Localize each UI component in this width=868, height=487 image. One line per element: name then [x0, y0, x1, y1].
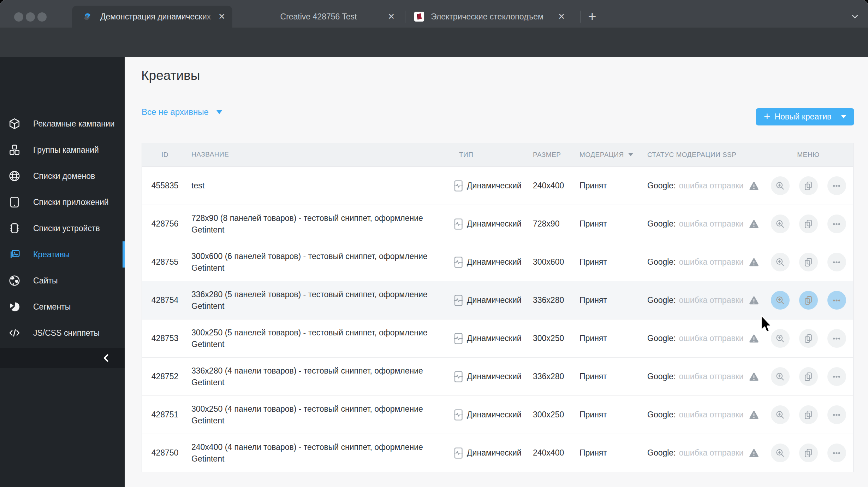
cubes-icon	[8, 144, 20, 156]
creative-size: 300x600	[523, 257, 573, 267]
tab-inactive[interactable]: Электрические стеклоподъем ✕	[405, 6, 580, 28]
tab-search-chevron-icon[interactable]	[850, 8, 860, 25]
preview-button[interactable]	[771, 176, 790, 195]
ellipsis-icon	[832, 372, 842, 382]
preview-button[interactable]	[771, 367, 790, 386]
creative-name: 336x280 (5 панелей товаров) - тестовый с…	[188, 289, 449, 311]
creative-size: 336x280	[523, 372, 573, 381]
archive-filter-dropdown[interactable]: Все не архивные	[142, 107, 222, 117]
preview-button[interactable]	[771, 253, 790, 271]
warning-icon[interactable]	[749, 371, 759, 382]
chevron-down-icon[interactable]	[841, 115, 846, 118]
more-button[interactable]	[827, 444, 846, 462]
copy-button[interactable]	[799, 176, 818, 195]
sidebar-item-campaigns[interactable]: Рекламные кампании	[0, 111, 125, 137]
tab-title: Creative 428756 Test	[280, 12, 357, 22]
table-row[interactable]: 428751 300x250 (4 панели товаров) - тест…	[142, 395, 853, 434]
creative-id: 428751	[142, 410, 188, 419]
dynamic-doc-icon	[453, 256, 463, 268]
warning-icon[interactable]	[749, 257, 759, 268]
table-row[interactable]: 428756 728x90 (8 панелей товаров) - тест…	[142, 205, 853, 243]
close-tab-icon[interactable]: ✕	[218, 12, 225, 21]
preview-button[interactable]	[771, 291, 790, 310]
warning-icon[interactable]	[749, 448, 759, 458]
sidebar-item-device-lists[interactable]: Списки устройств	[0, 215, 125, 241]
ssp-error: ошибка отправки	[679, 410, 744, 419]
table-row[interactable]: 455835 test Динамический 240x400 Принят …	[142, 166, 853, 205]
sidebar-item-campaign-groups[interactable]: Группы кампаний	[0, 137, 125, 163]
sidebar-item-segments[interactable]: Сегменты	[0, 294, 125, 320]
copy-button[interactable]	[799, 215, 818, 233]
window-controls[interactable]	[14, 12, 47, 22]
ssp-status: Google:ошибка отправки	[642, 410, 763, 420]
copy-button[interactable]	[799, 329, 818, 348]
header-moderation[interactable]: МОДЕРАЦИЯ	[573, 151, 642, 159]
more-button[interactable]	[827, 405, 846, 424]
copy-button[interactable]	[799, 444, 818, 462]
filter-label: Все не архивные	[142, 107, 209, 117]
ellipsis-icon	[832, 257, 842, 267]
tab-divider	[580, 11, 581, 23]
new-creative-button[interactable]: + Новый креатив	[756, 108, 854, 125]
more-button[interactable]	[827, 367, 846, 386]
close-tab-icon[interactable]: ✕	[388, 12, 395, 21]
ssp-status: Google:ошибка отправки	[642, 448, 763, 458]
warning-icon[interactable]	[749, 181, 759, 191]
ssp-error: ошибка отправки	[679, 334, 744, 343]
maximize-window-button[interactable]	[37, 12, 47, 22]
table-row[interactable]: 428753 300x250 (5 панелей товаров) - тес…	[142, 319, 853, 357]
new-tab-button[interactable]	[583, 6, 601, 28]
ellipsis-icon	[832, 410, 842, 420]
creatives-table: ID НАЗВАНИЕ ТИП РАЗМЕР МОДЕРАЦИЯ СТАТУС …	[142, 143, 854, 472]
creative-type: Динамический	[467, 295, 522, 305]
sidebar-item-sites[interactable]: Сайты	[0, 268, 125, 294]
creative-size: 240x400	[523, 181, 573, 190]
more-button[interactable]	[827, 253, 846, 271]
sidebar-item-creatives[interactable]: Креативы	[0, 241, 125, 268]
close-window-button[interactable]	[14, 12, 23, 22]
ssp-status: Google:ошибка отправки	[642, 371, 763, 382]
table-row[interactable]: 428750 240x400 (4 панели товаров) - тест…	[142, 434, 853, 472]
preview-button[interactable]	[771, 405, 790, 424]
creative-type: Динамический	[467, 181, 522, 190]
more-button[interactable]	[827, 176, 846, 195]
copy-button[interactable]	[799, 367, 818, 386]
more-button[interactable]	[827, 215, 846, 233]
warning-icon[interactable]	[749, 219, 759, 229]
sidebar-item-snippets[interactable]: JS/CSS сниппеты	[0, 320, 125, 346]
ssp-error: ошибка отправки	[679, 219, 744, 229]
sidebar-collapse-button[interactable]	[0, 348, 125, 368]
sidebar-item-domain-lists[interactable]: Списки доменов	[0, 163, 125, 189]
copy-button[interactable]	[799, 291, 818, 310]
table-row-hovered[interactable]: 428754 336x280 (5 панелей товаров) - тес…	[142, 281, 853, 319]
sidebar-item-app-lists[interactable]: Списки приложений	[0, 189, 125, 215]
close-tab-icon[interactable]: ✕	[558, 12, 565, 21]
warning-icon[interactable]	[749, 295, 759, 306]
preview-button[interactable]	[771, 444, 790, 462]
tab-inactive[interactable]: Creative 428756 Test ✕	[232, 6, 405, 28]
moderation-value: Принят	[573, 181, 642, 190]
tab-title: Электрические стеклоподъем	[431, 12, 543, 22]
more-button[interactable]	[827, 329, 846, 348]
ssp-status: Google:ошибка отправки	[642, 257, 763, 268]
dynamic-doc-icon	[453, 218, 463, 230]
images-icon	[8, 248, 20, 260]
tab-active[interactable]: Демонстрация динамических ✕	[72, 6, 232, 28]
minimize-window-button[interactable]	[26, 12, 35, 22]
table-row[interactable]: 428755 300x600 (6 панелей товаров) - тес…	[142, 243, 853, 281]
preview-button[interactable]	[771, 215, 790, 233]
more-button[interactable]	[827, 291, 846, 310]
copy-button[interactable]	[799, 253, 818, 271]
zoom-in-icon	[775, 448, 785, 458]
creative-size: 336x280	[523, 295, 573, 305]
pie-chart-icon	[8, 301, 20, 313]
ssp-network: Google:	[647, 181, 676, 190]
table-row[interactable]: 428752 336x280 (4 панели товаров) - тест…	[142, 357, 853, 395]
chevron-down-icon	[216, 110, 222, 114]
header-size: РАЗМЕР	[523, 151, 573, 159]
zoom-in-icon	[775, 257, 785, 267]
earth-icon	[8, 275, 20, 287]
copy-button[interactable]	[799, 405, 818, 424]
warning-icon[interactable]	[749, 410, 759, 420]
creative-name: 300x600 (6 панелей товаров) - тестовый с…	[188, 251, 449, 273]
